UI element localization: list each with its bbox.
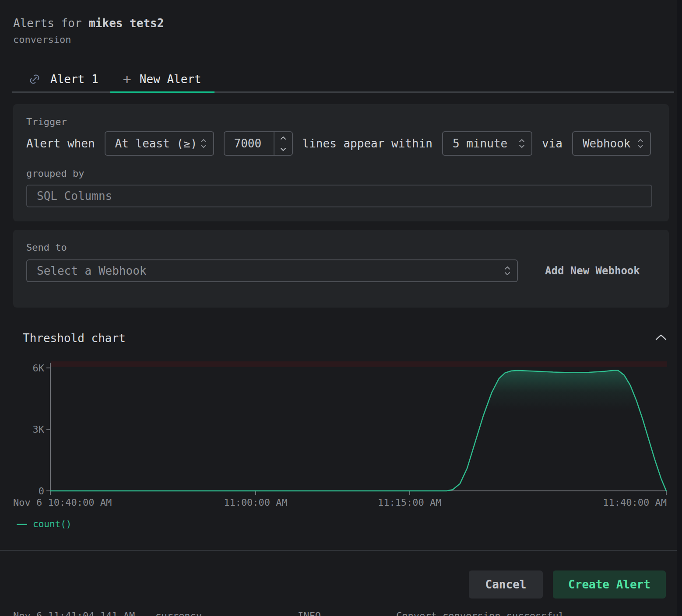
trigger-controls-row: Alert when At least (≥)	[26, 131, 656, 156]
chevron-updown-icon	[518, 138, 525, 149]
tab-new-alert-label: New Alert	[140, 73, 201, 86]
svg-text:3K: 3K	[33, 424, 45, 435]
add-new-webhook-button[interactable]: Add New Webhook	[545, 265, 640, 277]
spinner-up-button[interactable]	[274, 132, 292, 144]
threshold-operator-select[interactable]: At least (≥)	[105, 131, 214, 156]
collapse-chart-button[interactable]	[655, 333, 667, 341]
legend-series-label: count()	[33, 519, 72, 529]
send-to-label: Send to	[26, 242, 656, 253]
page-title-prefix: Alerts for	[13, 17, 88, 30]
channel-value: Webhook	[573, 137, 631, 150]
chevron-updown-icon	[637, 138, 644, 149]
chevron-updown-icon	[200, 138, 207, 149]
footer-divider	[0, 550, 677, 551]
modal-header: Alerts for mikes tets2 conversion	[13, 17, 164, 45]
threshold-value-input[interactable]	[225, 132, 274, 155]
send-to-row: Select a Webhook Add New Webhook	[26, 259, 656, 282]
log-timestamp: Nov 6 11:41:04.141 AM	[13, 611, 135, 616]
lines-appear-within-label: lines appear within	[302, 137, 432, 150]
svg-text:Nov 6 10:40:00 AM: Nov 6 10:40:00 AM	[13, 497, 112, 508]
svg-text:11:15:00 AM: 11:15:00 AM	[378, 497, 442, 508]
time-window-value: 5 minute	[443, 137, 507, 150]
trigger-section-label: Trigger	[26, 116, 656, 128]
grouped-by-label: grouped by	[26, 168, 656, 179]
log-message: Convert conversion successful	[396, 611, 564, 616]
background-log-row: Nov 6 11:41:04.141 AM currency INFO Conv…	[0, 611, 682, 616]
page-title: Alerts for mikes tets2	[13, 17, 164, 30]
page-subtitle: conversion	[13, 34, 164, 45]
page-title-source-name: mikes tets2	[88, 17, 164, 30]
log-level: INFO	[298, 611, 321, 616]
right-edge-gutter	[677, 0, 682, 616]
threshold-value-input-group	[224, 131, 293, 156]
number-spinner	[274, 132, 292, 155]
alert-tabs: Alert 1 + New Alert	[12, 66, 674, 93]
plus-icon: +	[123, 73, 131, 86]
svg-text:0: 0	[39, 486, 44, 497]
log-service: currency	[155, 611, 202, 616]
chart-legend: count()	[17, 519, 72, 529]
send-to-section: Send to Select a Webhook Add New Webhook	[13, 230, 669, 308]
webhook-select[interactable]: Select a Webhook	[26, 259, 518, 282]
group-by-input[interactable]	[26, 185, 652, 207]
svg-text:11:00:00 AM: 11:00:00 AM	[224, 497, 288, 508]
legend-line-swatch	[17, 524, 27, 525]
tab-new-alert[interactable]: + New Alert	[112, 66, 216, 93]
webhook-select-placeholder: Select a Webhook	[27, 264, 146, 277]
active-tab-underline	[110, 91, 214, 93]
svg-text:11:40:00 AM: 11:40:00 AM	[603, 497, 667, 508]
chevron-up-icon	[655, 334, 667, 341]
tab-alert-1-label: Alert 1	[50, 73, 98, 86]
chevron-updown-icon	[504, 265, 511, 276]
channel-select[interactable]: Webhook	[572, 131, 651, 156]
cancel-button[interactable]: Cancel	[469, 570, 543, 598]
create-alert-button[interactable]: Create Alert	[553, 570, 666, 598]
time-window-select[interactable]: 5 minute	[442, 131, 532, 156]
trigger-section: Trigger Alert when At least (≥)	[13, 104, 669, 221]
svg-text:6K: 6K	[33, 363, 45, 374]
spinner-down-button[interactable]	[274, 144, 292, 155]
threshold-operator-value: At least (≥)	[105, 137, 197, 150]
threshold-chart-title: Threshold chart	[23, 332, 126, 345]
link-icon	[28, 73, 41, 86]
tab-alert-1[interactable]: Alert 1	[12, 66, 112, 93]
alert-when-label: Alert when	[26, 137, 95, 150]
via-label: via	[542, 137, 562, 150]
create-alert-modal: Alerts for mikes tets2 conversion Alert …	[0, 0, 682, 616]
threshold-chart: 03K6KNov 6 10:40:00 AM11:00:00 AM11:15:0…	[0, 359, 682, 512]
